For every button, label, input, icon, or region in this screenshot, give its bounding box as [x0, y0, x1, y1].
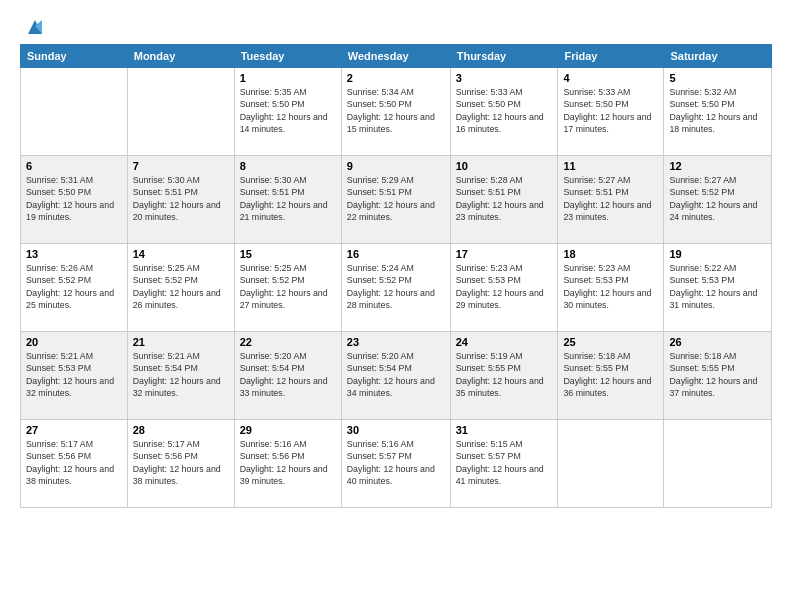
day-info: Sunrise: 5:18 AM Sunset: 5:55 PM Dayligh… [669, 350, 766, 399]
day-info: Sunrise: 5:26 AM Sunset: 5:52 PM Dayligh… [26, 262, 122, 311]
day-number: 23 [347, 336, 445, 348]
calendar-cell: 28Sunrise: 5:17 AM Sunset: 5:56 PM Dayli… [127, 420, 234, 508]
calendar-cell: 26Sunrise: 5:18 AM Sunset: 5:55 PM Dayli… [664, 332, 772, 420]
logo-area [20, 16, 46, 38]
calendar-cell: 22Sunrise: 5:20 AM Sunset: 5:54 PM Dayli… [234, 332, 341, 420]
calendar-cell: 24Sunrise: 5:19 AM Sunset: 5:55 PM Dayli… [450, 332, 558, 420]
calendar-cell [21, 68, 128, 156]
day-number: 11 [563, 160, 658, 172]
day-info: Sunrise: 5:16 AM Sunset: 5:57 PM Dayligh… [347, 438, 445, 487]
week-row-3: 13Sunrise: 5:26 AM Sunset: 5:52 PM Dayli… [21, 244, 772, 332]
day-number: 9 [347, 160, 445, 172]
calendar-cell: 6Sunrise: 5:31 AM Sunset: 5:50 PM Daylig… [21, 156, 128, 244]
day-info: Sunrise: 5:22 AM Sunset: 5:53 PM Dayligh… [669, 262, 766, 311]
calendar-cell: 25Sunrise: 5:18 AM Sunset: 5:55 PM Dayli… [558, 332, 664, 420]
day-info: Sunrise: 5:29 AM Sunset: 5:51 PM Dayligh… [347, 174, 445, 223]
day-number: 3 [456, 72, 553, 84]
day-number: 28 [133, 424, 229, 436]
day-number: 6 [26, 160, 122, 172]
calendar-cell: 18Sunrise: 5:23 AM Sunset: 5:53 PM Dayli… [558, 244, 664, 332]
calendar-cell: 30Sunrise: 5:16 AM Sunset: 5:57 PM Dayli… [341, 420, 450, 508]
header [20, 16, 772, 38]
day-info: Sunrise: 5:25 AM Sunset: 5:52 PM Dayligh… [133, 262, 229, 311]
day-number: 31 [456, 424, 553, 436]
day-info: Sunrise: 5:17 AM Sunset: 5:56 PM Dayligh… [133, 438, 229, 487]
day-number: 4 [563, 72, 658, 84]
day-info: Sunrise: 5:20 AM Sunset: 5:54 PM Dayligh… [240, 350, 336, 399]
day-number: 12 [669, 160, 766, 172]
day-info: Sunrise: 5:33 AM Sunset: 5:50 PM Dayligh… [563, 86, 658, 135]
calendar-cell: 2Sunrise: 5:34 AM Sunset: 5:50 PM Daylig… [341, 68, 450, 156]
day-number: 24 [456, 336, 553, 348]
calendar-cell: 29Sunrise: 5:16 AM Sunset: 5:56 PM Dayli… [234, 420, 341, 508]
day-number: 17 [456, 248, 553, 260]
day-info: Sunrise: 5:24 AM Sunset: 5:52 PM Dayligh… [347, 262, 445, 311]
day-info: Sunrise: 5:35 AM Sunset: 5:50 PM Dayligh… [240, 86, 336, 135]
calendar-cell: 23Sunrise: 5:20 AM Sunset: 5:54 PM Dayli… [341, 332, 450, 420]
calendar-cell: 20Sunrise: 5:21 AM Sunset: 5:53 PM Dayli… [21, 332, 128, 420]
calendar-cell: 31Sunrise: 5:15 AM Sunset: 5:57 PM Dayli… [450, 420, 558, 508]
calendar-cell: 1Sunrise: 5:35 AM Sunset: 5:50 PM Daylig… [234, 68, 341, 156]
day-number: 20 [26, 336, 122, 348]
day-info: Sunrise: 5:27 AM Sunset: 5:51 PM Dayligh… [563, 174, 658, 223]
calendar-cell: 11Sunrise: 5:27 AM Sunset: 5:51 PM Dayli… [558, 156, 664, 244]
calendar-cell: 13Sunrise: 5:26 AM Sunset: 5:52 PM Dayli… [21, 244, 128, 332]
day-info: Sunrise: 5:21 AM Sunset: 5:54 PM Dayligh… [133, 350, 229, 399]
calendar-cell: 16Sunrise: 5:24 AM Sunset: 5:52 PM Dayli… [341, 244, 450, 332]
day-number: 29 [240, 424, 336, 436]
header-row: SundayMondayTuesdayWednesdayThursdayFrid… [21, 45, 772, 68]
day-info: Sunrise: 5:34 AM Sunset: 5:50 PM Dayligh… [347, 86, 445, 135]
calendar-cell [127, 68, 234, 156]
calendar-cell: 27Sunrise: 5:17 AM Sunset: 5:56 PM Dayli… [21, 420, 128, 508]
col-header-friday: Friday [558, 45, 664, 68]
calendar-cell: 3Sunrise: 5:33 AM Sunset: 5:50 PM Daylig… [450, 68, 558, 156]
calendar-cell: 15Sunrise: 5:25 AM Sunset: 5:52 PM Dayli… [234, 244, 341, 332]
day-info: Sunrise: 5:21 AM Sunset: 5:53 PM Dayligh… [26, 350, 122, 399]
calendar-cell: 9Sunrise: 5:29 AM Sunset: 5:51 PM Daylig… [341, 156, 450, 244]
day-number: 21 [133, 336, 229, 348]
day-number: 19 [669, 248, 766, 260]
calendar-cell: 5Sunrise: 5:32 AM Sunset: 5:50 PM Daylig… [664, 68, 772, 156]
day-info: Sunrise: 5:25 AM Sunset: 5:52 PM Dayligh… [240, 262, 336, 311]
day-number: 8 [240, 160, 336, 172]
day-number: 5 [669, 72, 766, 84]
day-info: Sunrise: 5:27 AM Sunset: 5:52 PM Dayligh… [669, 174, 766, 223]
week-row-2: 6Sunrise: 5:31 AM Sunset: 5:50 PM Daylig… [21, 156, 772, 244]
col-header-sunday: Sunday [21, 45, 128, 68]
col-header-tuesday: Tuesday [234, 45, 341, 68]
day-info: Sunrise: 5:17 AM Sunset: 5:56 PM Dayligh… [26, 438, 122, 487]
day-number: 10 [456, 160, 553, 172]
day-number: 15 [240, 248, 336, 260]
col-header-monday: Monday [127, 45, 234, 68]
day-number: 25 [563, 336, 658, 348]
day-number: 1 [240, 72, 336, 84]
col-header-thursday: Thursday [450, 45, 558, 68]
calendar-cell [558, 420, 664, 508]
day-number: 7 [133, 160, 229, 172]
week-row-1: 1Sunrise: 5:35 AM Sunset: 5:50 PM Daylig… [21, 68, 772, 156]
day-number: 26 [669, 336, 766, 348]
calendar-cell: 14Sunrise: 5:25 AM Sunset: 5:52 PM Dayli… [127, 244, 234, 332]
day-number: 16 [347, 248, 445, 260]
day-info: Sunrise: 5:33 AM Sunset: 5:50 PM Dayligh… [456, 86, 553, 135]
calendar-cell: 8Sunrise: 5:30 AM Sunset: 5:51 PM Daylig… [234, 156, 341, 244]
week-row-5: 27Sunrise: 5:17 AM Sunset: 5:56 PM Dayli… [21, 420, 772, 508]
page: SundayMondayTuesdayWednesdayThursdayFrid… [0, 0, 792, 612]
calendar-cell [664, 420, 772, 508]
col-header-wednesday: Wednesday [341, 45, 450, 68]
calendar-cell: 4Sunrise: 5:33 AM Sunset: 5:50 PM Daylig… [558, 68, 664, 156]
week-row-4: 20Sunrise: 5:21 AM Sunset: 5:53 PM Dayli… [21, 332, 772, 420]
calendar-cell: 17Sunrise: 5:23 AM Sunset: 5:53 PM Dayli… [450, 244, 558, 332]
day-info: Sunrise: 5:30 AM Sunset: 5:51 PM Dayligh… [133, 174, 229, 223]
calendar-cell: 7Sunrise: 5:30 AM Sunset: 5:51 PM Daylig… [127, 156, 234, 244]
day-number: 27 [26, 424, 122, 436]
day-info: Sunrise: 5:19 AM Sunset: 5:55 PM Dayligh… [456, 350, 553, 399]
calendar-cell: 21Sunrise: 5:21 AM Sunset: 5:54 PM Dayli… [127, 332, 234, 420]
calendar-cell: 10Sunrise: 5:28 AM Sunset: 5:51 PM Dayli… [450, 156, 558, 244]
calendar-cell: 12Sunrise: 5:27 AM Sunset: 5:52 PM Dayli… [664, 156, 772, 244]
calendar-cell: 19Sunrise: 5:22 AM Sunset: 5:53 PM Dayli… [664, 244, 772, 332]
col-header-saturday: Saturday [664, 45, 772, 68]
day-number: 18 [563, 248, 658, 260]
logo-icon [24, 16, 46, 38]
day-info: Sunrise: 5:32 AM Sunset: 5:50 PM Dayligh… [669, 86, 766, 135]
